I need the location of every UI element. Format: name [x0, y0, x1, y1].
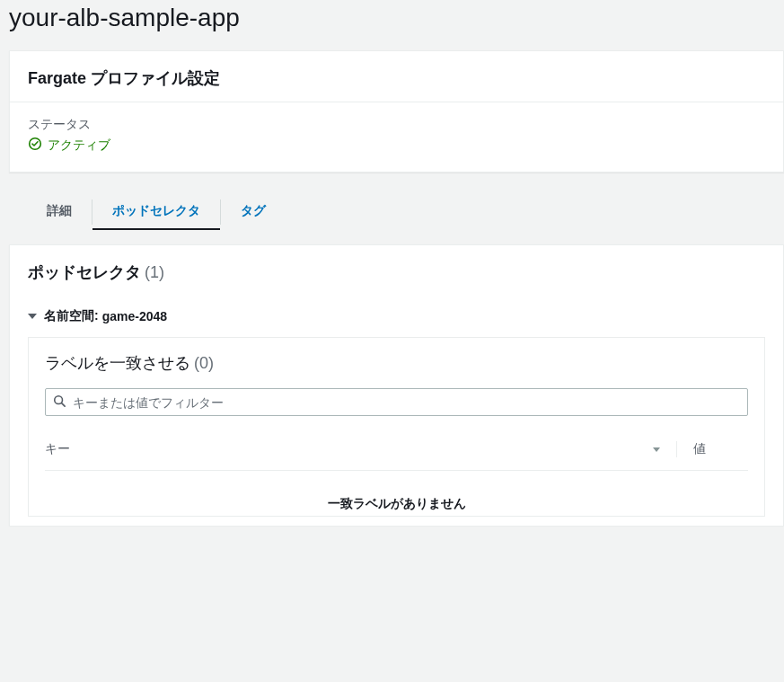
column-key-label: キー — [45, 441, 70, 457]
namespace-value: game-2048 — [102, 309, 167, 323]
status-label: ステータス — [28, 117, 765, 133]
column-value-label: 値 — [693, 441, 706, 456]
status-value: アクティブ — [48, 137, 110, 154]
labels-table-header: キー 値 — [45, 425, 748, 471]
page-title: your-alb-sample-app — [0, 0, 784, 50]
empty-message: 一致ラベルがありません — [45, 471, 748, 516]
sort-icon — [653, 447, 660, 452]
search-icon — [53, 394, 66, 410]
svg-line-2 — [62, 403, 66, 407]
pod-selector-panel: ポッドセレクタ (1) 名前空間: game-2048 ラベルを一致させる (0… — [9, 244, 784, 527]
match-labels-box: ラベルを一致させる (0) キー 値 — [28, 337, 765, 517]
match-labels-heading: ラベルを一致させる (0) — [45, 352, 748, 374]
status-value-row: アクティブ — [28, 137, 765, 154]
caret-down-icon — [28, 314, 37, 319]
match-labels-count: (0) — [194, 354, 214, 372]
tab-detail[interactable]: 詳細 — [27, 194, 92, 230]
tabs: 詳細 ポッドセレクタ タグ — [9, 194, 784, 230]
column-key[interactable]: キー — [45, 441, 676, 457]
pod-selector-title: ポッドセレクタ — [28, 263, 141, 281]
config-heading: Fargate プロファイル設定 — [28, 67, 765, 89]
column-value[interactable]: 値 — [676, 441, 748, 457]
filter-input[interactable] — [73, 395, 740, 410]
match-labels-title: ラベルを一致させる — [45, 354, 190, 372]
pod-selector-header: ポッドセレクタ (1) — [10, 245, 783, 299]
tab-tags[interactable]: タグ — [221, 194, 286, 230]
check-circle-icon — [28, 137, 42, 154]
panel-header: Fargate プロファイル設定 — [10, 51, 783, 102]
filter-input-wrap[interactable] — [45, 388, 748, 416]
namespace-expander: 名前空間: game-2048 ラベルを一致させる (0) キー — [10, 299, 783, 526]
namespace-toggle[interactable]: 名前空間: game-2048 — [28, 305, 765, 337]
pod-selector-count: (1) — [145, 263, 164, 281]
panel-body: ステータス アクティブ — [10, 102, 783, 172]
namespace-prefix: 名前空間: — [44, 308, 99, 324]
fargate-config-panel: Fargate プロファイル設定 ステータス アクティブ — [9, 50, 784, 173]
tab-pod-selector[interactable]: ポッドセレクタ — [92, 194, 220, 230]
